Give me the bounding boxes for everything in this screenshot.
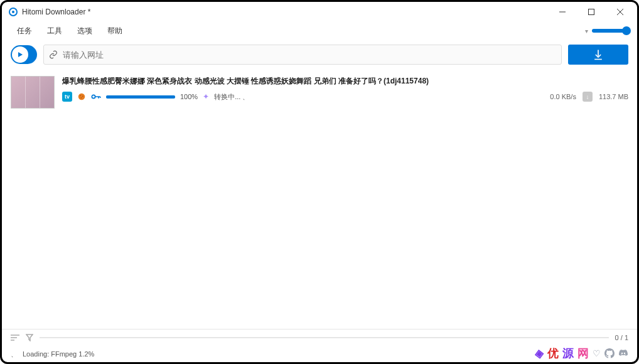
svg-point-11 xyxy=(92,95,95,98)
brand-char-2: 源 xyxy=(562,346,574,361)
item-status: 转换中... 、 xyxy=(214,92,249,102)
menu-help[interactable]: 帮助 xyxy=(100,23,130,39)
titlebar[interactable]: Hitomi Downloader * xyxy=(2,2,637,22)
github-icon[interactable] xyxy=(604,348,615,358)
footer-divider xyxy=(40,337,609,338)
item-counter: 0 / 1 xyxy=(615,334,628,341)
heart-icon[interactable]: ♡ xyxy=(593,348,601,358)
progress-bar xyxy=(106,95,175,99)
thumbnail xyxy=(11,76,55,109)
item-speed: 0.0 KB/s xyxy=(550,93,576,100)
menubar: 任务 工具 选项 帮助 ▾ xyxy=(2,22,637,40)
svg-point-9 xyxy=(82,96,83,97)
url-input[interactable] xyxy=(63,50,556,60)
download-button[interactable] xyxy=(568,45,628,65)
svg-point-8 xyxy=(80,95,81,96)
menu-tasks[interactable]: 任务 xyxy=(9,23,40,39)
dropdown-icon[interactable]: ▾ xyxy=(585,28,588,35)
app-window: Hitomi Downloader * 任务 工具 选项 帮助 ▾ xyxy=(0,0,639,364)
download-list: 爆乳蜂腰性感肥臀米娜娜 深色紧身战衣 动感光波 大摆锤 性感诱惑妖娆舞蹈 兄弟们… xyxy=(2,70,637,329)
d-logo-icon: ◈ xyxy=(534,346,545,361)
svg-point-1 xyxy=(12,11,14,13)
close-button[interactable] xyxy=(606,3,635,21)
svg-point-10 xyxy=(81,97,82,99)
app-icon xyxy=(8,7,18,17)
svg-rect-3 xyxy=(589,9,594,15)
svg-marker-18 xyxy=(26,335,33,341)
download-chip-icon: ↓ xyxy=(583,92,593,102)
item-size: 113.7 MB xyxy=(599,93,628,100)
sparkle-icon: ✦ xyxy=(203,92,209,101)
volume-slider[interactable] xyxy=(592,29,627,33)
brand-char-3: 网 xyxy=(577,346,589,361)
minimize-button[interactable] xyxy=(548,3,577,21)
url-input-container xyxy=(43,45,562,65)
maximize-button[interactable] xyxy=(577,3,606,21)
key-icon xyxy=(91,92,101,101)
sort-icon[interactable] xyxy=(11,334,19,341)
play-toggle[interactable] xyxy=(11,45,37,64)
bilibili-icon: tv xyxy=(62,92,72,102)
footer: 0 / 1 、 Loading: FFmpeg 1.2% ◈ 优 源 网 ♡ xyxy=(2,329,637,362)
toolbar xyxy=(2,40,637,70)
brand-icons: ◈ 优 源 网 ♡ xyxy=(535,346,628,361)
discord-icon[interactable] xyxy=(618,348,628,358)
cookie-icon xyxy=(77,92,86,101)
item-title: 爆乳蜂腰性感肥臀米娜娜 深色紧身战衣 动感光波 大摆锤 性感诱惑妖娆舞蹈 兄弟们… xyxy=(62,76,628,87)
link-icon xyxy=(49,50,58,59)
brand-char-1: 优 xyxy=(547,346,559,361)
progress-percent: 100% xyxy=(180,93,198,100)
loading-status: Loading: FFmpeg 1.2% xyxy=(23,350,94,358)
svg-point-7 xyxy=(78,94,85,100)
svg-marker-6 xyxy=(18,52,23,57)
menu-options[interactable]: 选项 xyxy=(70,23,100,39)
window-title: Hitomi Downloader * xyxy=(22,8,548,16)
filter-icon[interactable] xyxy=(26,334,33,341)
loading-dot: 、 xyxy=(11,350,18,359)
download-item[interactable]: 爆乳蜂腰性感肥臀米娜娜 深色紧身战衣 动感光波 大摆锤 性感诱惑妖娆舞蹈 兄弟们… xyxy=(11,73,628,111)
menu-tools[interactable]: 工具 xyxy=(40,23,70,39)
